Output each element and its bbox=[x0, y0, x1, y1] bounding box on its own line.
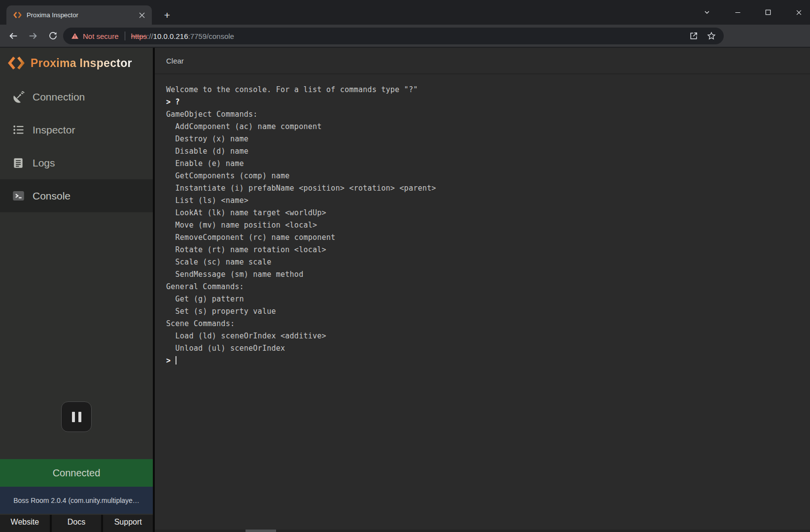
not-secure-label: Not secure bbox=[83, 32, 119, 40]
pause-button[interactable] bbox=[61, 401, 92, 432]
console-output-line: Scale (sc) name scale bbox=[166, 256, 810, 268]
scrollbar-thumb[interactable] bbox=[246, 530, 276, 532]
new-tab-button[interactable]: + bbox=[161, 9, 174, 22]
url-text: https://10.0.0.216:7759/console bbox=[131, 32, 683, 40]
console-output-line: AddComponent (ac) name component bbox=[166, 121, 810, 133]
browser-titlebar: Proxima Inspector + bbox=[0, 0, 810, 25]
url-scheme: https bbox=[131, 32, 147, 40]
console-output-line: List (ls) <name> bbox=[166, 195, 810, 207]
reload-icon[interactable] bbox=[44, 28, 61, 44]
sidebar: Proxima Inspector Connection bbox=[0, 48, 153, 532]
not-secure-warning-icon bbox=[71, 32, 79, 40]
sidebar-item-logs[interactable]: Logs bbox=[0, 146, 153, 179]
sidebar-item-label: Console bbox=[33, 190, 70, 202]
horizontal-scrollbar[interactable] bbox=[155, 530, 810, 532]
docs-link[interactable]: Docs bbox=[52, 515, 102, 532]
console-output-line: GetComponents (comp) name bbox=[166, 170, 810, 182]
tab-close-icon[interactable] bbox=[137, 10, 147, 20]
url-separator: :// bbox=[147, 32, 153, 40]
proxima-logo-icon bbox=[8, 55, 25, 71]
console-output-line: Unload (ul) sceneOrIndex bbox=[166, 342, 810, 355]
sidebar-item-connection[interactable]: Connection bbox=[0, 80, 153, 113]
website-link[interactable]: Website bbox=[0, 515, 50, 532]
sidebar-item-inspector[interactable]: Inspector bbox=[0, 113, 153, 146]
maximize-icon[interactable] bbox=[761, 5, 775, 20]
browser-window: Proxima Inspector + bbox=[0, 0, 810, 532]
terminal-icon bbox=[11, 189, 26, 203]
console-output-line: General Commands: bbox=[166, 281, 810, 293]
back-icon[interactable] bbox=[5, 28, 22, 44]
text-cursor bbox=[176, 356, 176, 365]
page-content: Proxima Inspector Connection bbox=[0, 48, 810, 532]
project-info: Boss Room 2.0.4 (com.unity.multiplaye… bbox=[0, 487, 153, 514]
minimize-icon[interactable] bbox=[730, 5, 745, 20]
bookmark-star-icon[interactable] bbox=[704, 29, 719, 43]
app-title: Proxima Inspector bbox=[31, 57, 132, 70]
console-output-line: Instantiate (i) prefabName <position> <r… bbox=[166, 182, 810, 195]
console-output-line: Get (g) pattern bbox=[166, 293, 810, 305]
connection-status-badge: Connected bbox=[0, 459, 153, 487]
sidebar-nav: Connection Inspector bbox=[0, 80, 153, 212]
sidebar-item-label: Logs bbox=[33, 157, 55, 169]
close-window-icon[interactable] bbox=[791, 5, 806, 20]
tab-search-chevron-icon[interactable] bbox=[700, 5, 714, 20]
console-output-line: RemoveComponent (rc) name component bbox=[166, 232, 810, 244]
browser-toolbar: Not secure https://10.0.0.216:7759/conso… bbox=[0, 25, 810, 47]
prompt-chevron: > bbox=[166, 356, 171, 365]
tab-favicon-icon bbox=[13, 11, 22, 19]
console-output-line: Enable (e) name bbox=[166, 158, 810, 170]
forward-icon[interactable] bbox=[25, 28, 41, 44]
console-input-line: > ? bbox=[166, 96, 810, 108]
share-icon[interactable] bbox=[686, 29, 701, 43]
console-output-line: Scene Commands: bbox=[166, 318, 810, 330]
console-output-line: Move (mv) name position <local> bbox=[166, 219, 810, 232]
app-logo: Proxima Inspector bbox=[0, 48, 153, 78]
console-prompt-line: > bbox=[166, 355, 810, 367]
console-output-line: Disable (d) name bbox=[166, 145, 810, 158]
url-bar[interactable]: Not secure https://10.0.0.216:7759/conso… bbox=[63, 28, 724, 44]
tab-title: Proxima Inspector bbox=[27, 11, 137, 19]
window-controls bbox=[700, 0, 806, 25]
console-output-line: Rotate (rt) name rotation <local> bbox=[166, 244, 810, 256]
pause-icon bbox=[72, 412, 81, 422]
console-output-line: Set (s) property value bbox=[166, 305, 810, 318]
console-output-line: Welcome to the console. For a list of co… bbox=[166, 84, 810, 96]
console-toolbar: Clear bbox=[155, 48, 810, 74]
url-path: :7759/console bbox=[188, 32, 234, 40]
logs-icon bbox=[11, 156, 26, 170]
sidebar-item-label: Inspector bbox=[33, 124, 75, 136]
console-output-line: Load (ld) sceneOrIndex <additive> bbox=[166, 330, 810, 342]
console-output[interactable]: Welcome to the console. For a list of co… bbox=[155, 74, 810, 367]
omnibox-divider bbox=[125, 32, 125, 40]
console-output-line: SendMessage (sm) name method bbox=[166, 268, 810, 281]
url-host: 10.0.0.216 bbox=[153, 32, 188, 40]
support-link[interactable]: Support bbox=[103, 515, 153, 532]
list-icon bbox=[11, 123, 26, 137]
sidebar-item-console[interactable]: Console bbox=[0, 179, 153, 212]
console-output-line: GameObject Commands: bbox=[166, 108, 810, 121]
sidebar-footer: Website Docs Support bbox=[0, 515, 153, 532]
satellite-dish-icon bbox=[11, 90, 26, 104]
prompt-chevron: > bbox=[166, 98, 171, 106]
browser-tab[interactable]: Proxima Inspector bbox=[6, 5, 152, 25]
console-pane: Clear Welcome to the console. For a list… bbox=[155, 48, 810, 532]
console-output-line: Destroy (x) name bbox=[166, 133, 810, 145]
console-output-line: LookAt (lk) name target <worldUp> bbox=[166, 207, 810, 219]
clear-button[interactable]: Clear bbox=[166, 57, 184, 65]
sidebar-item-label: Connection bbox=[33, 91, 85, 103]
